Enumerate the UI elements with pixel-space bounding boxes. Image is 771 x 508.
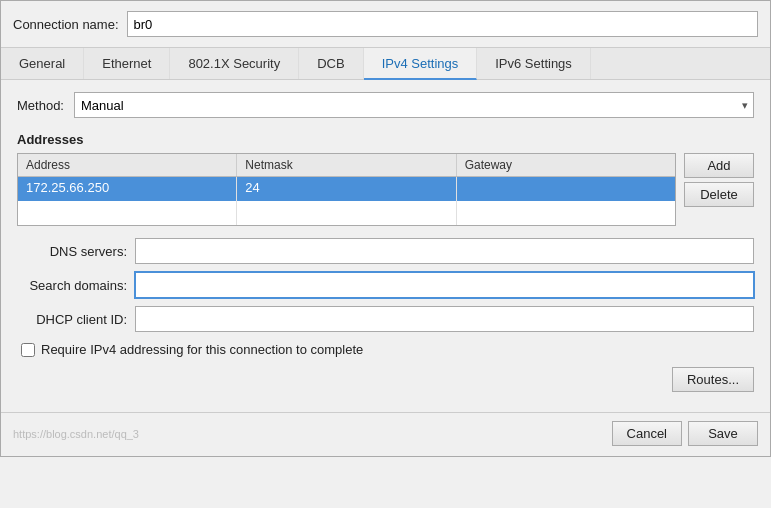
addresses-buttons: Add Delete bbox=[684, 153, 754, 226]
dhcp-client-id-label: DHCP client ID: bbox=[17, 312, 127, 327]
method-select-wrapper: Manual Automatic (DHCP) Link-Local Only … bbox=[74, 92, 754, 118]
require-ipv4-checkbox[interactable] bbox=[21, 343, 35, 357]
tab-ipv4-settings[interactable]: IPv4 Settings bbox=[364, 48, 478, 80]
network-connection-dialog: Connection name: General Ethernet 802.1X… bbox=[0, 0, 771, 457]
search-domains-row: Search domains: bbox=[17, 272, 754, 298]
addresses-title: Addresses bbox=[17, 132, 754, 147]
tab-ipv6-settings[interactable]: IPv6 Settings bbox=[477, 48, 591, 79]
bottom-buttons: https://blog.csdn.net/qq_3 Cancel Save bbox=[1, 412, 770, 456]
search-domains-input[interactable] bbox=[135, 272, 754, 298]
method-label: Method: bbox=[17, 98, 64, 113]
addresses-container: Address Netmask Gateway 172.25.66.250 24 bbox=[17, 153, 754, 226]
save-button[interactable]: Save bbox=[688, 421, 758, 446]
delete-button[interactable]: Delete bbox=[684, 182, 754, 207]
dns-servers-input[interactable] bbox=[135, 238, 754, 264]
dhcp-client-id-input[interactable] bbox=[135, 306, 754, 332]
cell-netmask bbox=[237, 201, 456, 225]
add-button[interactable]: Add bbox=[684, 153, 754, 178]
routes-row: Routes... bbox=[17, 367, 754, 392]
routes-button[interactable]: Routes... bbox=[672, 367, 754, 392]
table-row[interactable]: 172.25.66.250 24 bbox=[18, 177, 675, 201]
connection-name-row: Connection name: bbox=[1, 1, 770, 48]
main-content: Method: Manual Automatic (DHCP) Link-Loc… bbox=[1, 80, 770, 412]
cell-gateway bbox=[457, 177, 675, 201]
tab-dcb[interactable]: DCB bbox=[299, 48, 363, 79]
tab-bar: General Ethernet 802.1X Security DCB IPv… bbox=[1, 48, 770, 80]
connection-name-input[interactable] bbox=[127, 11, 758, 37]
dialog-actions: Cancel Save bbox=[612, 421, 758, 446]
tab-general[interactable]: General bbox=[1, 48, 84, 79]
dns-servers-row: DNS servers: bbox=[17, 238, 754, 264]
require-ipv4-label: Require IPv4 addressing for this connect… bbox=[41, 342, 363, 357]
cell-address: 172.25.66.250 bbox=[18, 177, 237, 201]
addresses-table: Address Netmask Gateway 172.25.66.250 24 bbox=[17, 153, 676, 226]
dhcp-client-id-row: DHCP client ID: bbox=[17, 306, 754, 332]
dns-servers-label: DNS servers: bbox=[17, 244, 127, 259]
column-netmask: Netmask bbox=[237, 154, 456, 176]
column-gateway: Gateway bbox=[457, 154, 675, 176]
cell-address bbox=[18, 201, 237, 225]
tab-ethernet[interactable]: Ethernet bbox=[84, 48, 170, 79]
tab-8021x-security[interactable]: 802.1X Security bbox=[170, 48, 299, 79]
cell-gateway bbox=[457, 201, 675, 225]
table-row[interactable] bbox=[18, 201, 675, 225]
column-address: Address bbox=[18, 154, 237, 176]
search-domains-label: Search domains: bbox=[17, 278, 127, 293]
addresses-section: Addresses Address Netmask Gateway 172.25… bbox=[17, 132, 754, 226]
watermark: https://blog.csdn.net/qq_3 bbox=[13, 428, 139, 440]
connection-name-label: Connection name: bbox=[13, 17, 119, 32]
cell-netmask: 24 bbox=[237, 177, 456, 201]
table-header: Address Netmask Gateway bbox=[18, 154, 675, 177]
cancel-button[interactable]: Cancel bbox=[612, 421, 682, 446]
method-select[interactable]: Manual Automatic (DHCP) Link-Local Only … bbox=[74, 92, 754, 118]
require-ipv4-row: Require IPv4 addressing for this connect… bbox=[17, 342, 754, 357]
method-row: Method: Manual Automatic (DHCP) Link-Loc… bbox=[17, 92, 754, 118]
